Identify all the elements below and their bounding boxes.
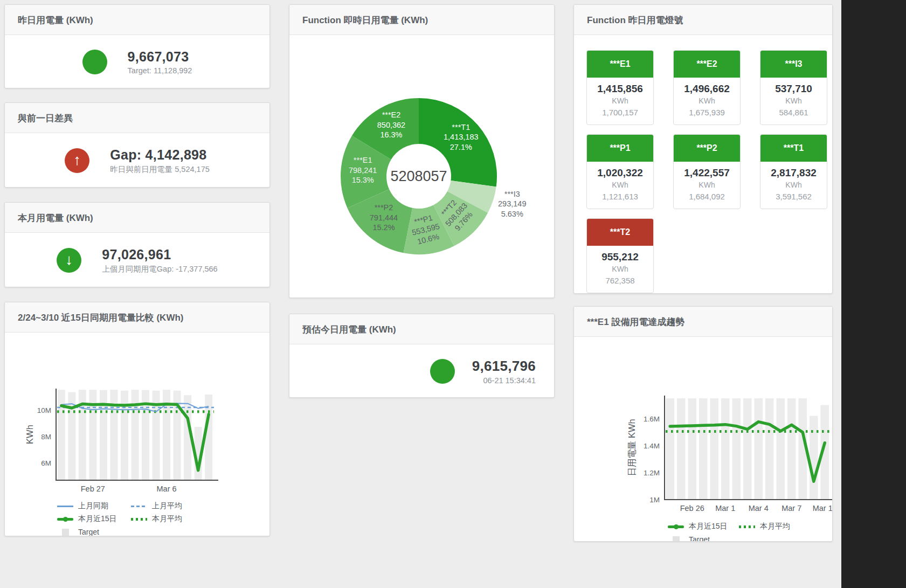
kpi-timestamp: 06-21 15:34:41 [483,376,536,385]
tile-unit: KWh [675,179,739,191]
tile-unit: KWh [762,179,826,191]
kpi-row: ↑ Gap: 4,142,898 昨日與前日用電量 5,524,175 [5,133,269,188]
dark-page-edge [841,0,906,588]
legend-marker-line-thick-icon [668,525,684,528]
kpi-text: 97,026,961 上個月同期用電Gap: -17,377,566 [102,247,217,274]
tile-body: 1,020,322KWh1,121,613 [587,162,653,209]
card-title: Function 昨日用電燈號 [574,5,832,35]
x-tick-label: Mar 4 [749,504,769,513]
dashboard-page: 昨日用電量 (KWh) 9,667,073 Target: 11,128,992… [0,0,906,588]
legend-item[interactable]: 上月同期 [57,500,131,512]
donut-slice-label: ***I3293,1495.63% [498,190,526,218]
card-title: 本月用電量 (KWh) [5,203,269,233]
target-bar [666,398,675,500]
tile-body: 1,415,856KWh1,700,157 [587,78,653,124]
legend-marker-square-icon [668,536,684,542]
card-function-lights: Function 昨日用電燈號 ***E11,415,856KWh1,700,1… [573,4,833,294]
tile-target: 1,684,092 [675,191,739,203]
legend-label: 本月平均 [760,522,790,531]
compare-chart-legend: 上月同期上月平均本月近15日本月平均Target [57,500,269,536]
donut-chart-svg[interactable]: ***T11,413,18327.1%***I3293,1495.63%***T… [289,35,555,298]
legend-item[interactable]: Target [668,534,739,542]
x-tick-label: Feb 27 [81,485,105,493]
legend-label: 本月近15日 [689,522,728,531]
tile-header: ***E1 [587,51,653,78]
kpi-text: Gap: 4,142,898 昨日與前日用電量 5,524,175 [110,147,210,175]
lights-tile-grid: ***E11,415,856KWh1,700,157***E21,496,662… [574,35,832,294]
target-bar [721,398,730,500]
y-tick-label: 1M [649,496,660,504]
card-title: 與前一日差異 [5,103,269,133]
tile-unit: KWh [588,179,652,191]
target-bar [787,398,796,500]
legend-row: Target [668,534,832,542]
card-month-usage: 本月用電量 (KWh) ↓ 97,026,961 上個月同期用電Gap: -17… [4,202,270,287]
legend-marker-dashed-icon [131,506,147,507]
kpi-subtitle: 昨日與前日用電量 5,524,175 [110,164,210,175]
trend-chart-svg: 1M1.2M1.4M1.6MFeb 26Mar 1Mar 4Mar 7Mar 1… [574,392,833,517]
legend-label: Target [689,535,710,542]
tile-value: 1,020,322 [588,167,652,179]
trend-chart-body: 1M1.2M1.4M1.6MFeb 26Mar 1Mar 4Mar 7Mar 1… [574,337,832,542]
legend-item[interactable]: 本月平均 [131,513,205,525]
card-title: ***E1 設備用電達成趨勢 [574,307,832,337]
x-tick-label: Mar 10 [813,504,833,513]
legend-marker-square-icon [57,529,73,536]
status-circle-green: ↓ [57,248,81,273]
legend-row: Target [57,526,269,536]
light-tile: ***E21,496,662KWh1,675,939 [673,50,741,125]
compare-chart-body: 6M8M10MFeb 27Mar 6KWh 上月同期上月平均本月近15日本月平均… [5,333,269,536]
legend-item[interactable]: 本月近15日 [57,513,131,525]
legend-item[interactable]: 本月近15日 [668,521,739,532]
y-tick-label: 1.2M [644,469,660,477]
card-title: Function 即時日用電量 (KWh) [289,5,554,35]
donut-chart-body: ***T11,413,18327.1%***I3293,1495.63%***T… [289,35,554,298]
x-tick-label: Feb 26 [680,504,704,513]
legend-label: 本月平均 [152,514,182,524]
kpi-subtitle: 上個月同期用電Gap: -17,377,566 [102,264,217,274]
card-day-gap: 與前一日差異 ↑ Gap: 4,142,898 昨日與前日用電量 5,524,1… [4,102,270,188]
kpi-text: 9,667,073 Target: 11,128,992 [128,49,192,75]
card-e1-trend: ***E1 設備用電達成趨勢 1M1.2M1.4M1.6MFeb 26Mar 1… [573,306,833,542]
target-bar [699,398,708,500]
tile-unit: KWh [675,95,739,107]
light-tile: ***P21,422,557KWh1,684,092 [673,134,741,209]
legend-label: 本月近15日 [78,514,117,524]
compare-chart-svg: 6M8M10MFeb 27Mar 6KWh [5,386,270,497]
legend-item[interactable]: Target [57,526,131,536]
y-tick-label: 10M [37,406,51,414]
y-tick-label: 1.6M [644,415,660,423]
status-circle-red: ↑ [65,148,89,173]
light-tile: ***P11,020,322KWh1,121,613 [586,134,654,209]
legend-item[interactable]: 本月平均 [739,521,810,532]
donut-center-total: 5208057 [390,168,447,184]
target-bar [688,398,697,500]
legend-item[interactable]: 上月平均 [131,500,205,512]
target-bar [777,398,785,500]
target-bar [677,398,686,500]
tile-target: 1,700,157 [588,107,652,119]
tile-body: 2,817,832KWh3,591,562 [760,162,827,209]
tile-header: ***T1 [760,135,827,162]
light-tile: ***T2955,212KWh762,358 [586,218,654,293]
target-bar [732,398,741,500]
kpi-subtitle: Target: 11,128,992 [128,66,192,75]
card-title: 2/24~3/10 近15日同期用電量比較 (KWh) [5,302,269,333]
legend-row: 本月近15日本月平均 [57,513,269,525]
target-bar [810,416,818,500]
tile-value: 2,817,832 [762,167,826,179]
card-title: 預估今日用電量 (KWh) [289,314,554,344]
arrow-up-icon: ↑ [73,153,81,168]
tile-value: 1,496,662 [675,82,739,95]
tile-value: 537,710 [762,82,826,95]
legend-marker-line-icon [57,506,73,507]
x-tick-label: Mar 1 [715,504,735,513]
tile-target: 1,121,613 [588,191,652,203]
tile-target: 584,861 [762,107,826,119]
card-compare-chart: 2/24~3/10 近15日同期用電量比較 (KWh) 6M8M10MFeb 2… [4,302,270,536]
tile-value: 1,415,856 [588,82,652,95]
legend-label: 上月平均 [152,501,182,511]
kpi-value: 9,615,796 [472,358,536,375]
status-circle-green [82,50,107,74]
light-tile: ***T12,817,832KWh3,591,562 [760,134,827,209]
